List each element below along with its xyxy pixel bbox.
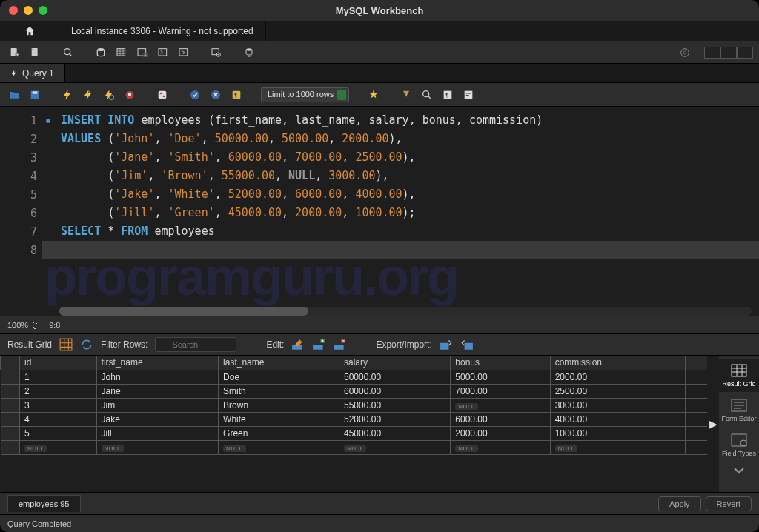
editor-horizontal-scrollbar[interactable]: [59, 307, 752, 316]
explain-button[interactable]: [101, 87, 117, 103]
form-icon: [730, 398, 748, 413]
svg-point-45: [740, 440, 746, 446]
column-header[interactable]: last_name: [219, 356, 339, 370]
toggle-whitespace-button[interactable]: ¶: [228, 87, 245, 103]
filter-rows-input[interactable]: [155, 337, 236, 352]
new-sql-tab-button[interactable]: [6, 44, 24, 61]
open-sql-file-button[interactable]: [27, 44, 44, 61]
connection-tab-bar: Local instance 3306 - Warning - not supp…: [0, 21, 759, 41]
svg-point-4: [97, 48, 104, 51]
titlebar: MySQL Workbench: [0, 0, 759, 21]
connection-tab[interactable]: Local instance 3306 - Warning - not supp…: [59, 21, 266, 41]
open-file-button[interactable]: [6, 87, 22, 103]
search-table-button[interactable]: [208, 44, 225, 61]
editor-code[interactable]: INSERT INTO employees (first_name, last_…: [42, 107, 759, 316]
settings-button[interactable]: [676, 44, 694, 61]
save-file-button[interactable]: [27, 87, 43, 103]
execute-button[interactable]: [59, 87, 76, 103]
commit-button[interactable]: [187, 87, 203, 103]
editor-toolbar: I ¶ Limit to 1000 rows ¶: [0, 83, 759, 107]
toggle-invisible-button[interactable]: ¶: [440, 87, 456, 103]
column-header[interactable]: first_name: [96, 356, 219, 370]
search-button[interactable]: [419, 87, 435, 103]
toggle-autocommit-button[interactable]: [154, 87, 170, 103]
limit-rows-select[interactable]: Limit to 1000 rows: [261, 87, 349, 102]
query-tab-label: Query 1: [22, 68, 54, 79]
svg-point-14: [681, 48, 689, 56]
result-grid-label: Result Grid: [7, 339, 52, 350]
stop-button[interactable]: [122, 87, 138, 103]
query-tab[interactable]: Query 1: [0, 64, 65, 82]
result-toolbar: Result Grid Filter Rows: Edit: Export/Im…: [0, 333, 759, 356]
column-header[interactable]: bonus: [451, 356, 550, 370]
grid-icon: [730, 363, 748, 378]
svg-rect-22: [159, 90, 167, 99]
delete-row-button[interactable]: [333, 338, 346, 351]
result-tab[interactable]: employees 95: [7, 495, 81, 512]
home-tab[interactable]: [0, 21, 59, 41]
editor-footer: 100% 9:8: [0, 316, 759, 333]
import-button[interactable]: [460, 338, 474, 351]
export-button[interactable]: [440, 338, 453, 351]
svg-rect-33: [60, 339, 72, 350]
edit-row-button[interactable]: [291, 338, 305, 351]
add-row-button[interactable]: [312, 338, 325, 351]
field-types-view-button[interactable]: Field Types: [719, 428, 759, 462]
chevron-down-icon: [730, 463, 748, 478]
svg-rect-5: [117, 48, 125, 55]
toggle-left-panel[interactable]: [704, 47, 720, 59]
collapse-side-panel[interactable]: ▶: [707, 356, 719, 492]
form-editor-view-button[interactable]: Form Editor: [719, 393, 759, 427]
table-row[interactable]: 4JakeWhite52000.006000.004000.00: [1, 412, 708, 426]
zoom-select[interactable]: 100%: [7, 321, 39, 330]
svg-rect-32: [465, 90, 473, 99]
reconnect-button[interactable]: [240, 44, 258, 61]
svg-rect-38: [334, 345, 345, 350]
column-header[interactable]: salary: [339, 356, 451, 370]
svg-point-23: [160, 92, 162, 94]
table-row[interactable]: 1JohnDoe50000.005000.002000.00: [1, 370, 708, 384]
editor-gutter: 12345678: [0, 107, 42, 316]
edit-label: Edit:: [266, 339, 284, 350]
create-schema-button[interactable]: [92, 44, 110, 61]
result-grid-view-button[interactable]: Result Grid: [719, 359, 759, 392]
execute-current-button[interactable]: I: [80, 87, 96, 103]
column-header[interactable]: id: [20, 356, 97, 370]
home-icon: [24, 25, 36, 37]
window-title: MySQL Workbench: [0, 5, 759, 16]
insert-row[interactable]: NULLNULLNULLNULLNULLNULL: [1, 440, 708, 454]
result-grid-icon[interactable]: [59, 338, 73, 351]
apply-button[interactable]: Apply: [658, 496, 701, 511]
svg-rect-21: [128, 93, 131, 96]
column-header[interactable]: commission: [550, 356, 685, 370]
rollback-button[interactable]: [208, 87, 224, 103]
create-view-button[interactable]: [133, 44, 151, 61]
svg-rect-41: [464, 343, 472, 350]
sql-editor[interactable]: 12345678 INSERT INTO employees (first_na…: [0, 107, 759, 316]
svg-rect-11: [212, 48, 219, 54]
svg-point-24: [163, 95, 165, 97]
result-area: idfirst_namelast_namesalarybonuscommissi…: [0, 356, 759, 492]
create-function-button[interactable]: fx: [175, 44, 193, 61]
wrap-button[interactable]: [460, 87, 477, 103]
main-toolbar: fx: [0, 41, 759, 64]
svg-rect-40: [440, 343, 448, 350]
find-button[interactable]: [398, 87, 414, 103]
beautify-button[interactable]: [365, 87, 382, 103]
more-views-button[interactable]: [719, 463, 759, 485]
toggle-bottom-panel[interactable]: [720, 47, 737, 59]
create-table-button[interactable]: [113, 44, 130, 61]
status-text: Query Completed: [7, 519, 71, 528]
result-grid[interactable]: idfirst_namelast_namesalarybonuscommissi…: [0, 356, 707, 492]
zoom-value: 100%: [7, 321, 28, 330]
create-procedure-button[interactable]: [154, 44, 172, 61]
table-row[interactable]: 5JillGreen45000.002000.001000.00: [1, 426, 708, 440]
result-side-panel: Result Grid Form Editor Field Types: [719, 356, 759, 492]
toggle-right-panel[interactable]: [737, 47, 753, 59]
field-types-icon: [730, 433, 748, 448]
refresh-icon[interactable]: [80, 338, 93, 351]
revert-button[interactable]: Revert: [706, 496, 752, 511]
table-row[interactable]: 2JaneSmith60000.007000.002500.00: [1, 384, 708, 398]
inspector-button[interactable]: [59, 44, 77, 61]
table-row[interactable]: 3JimBrown55000.00NULL3000.00: [1, 398, 708, 412]
